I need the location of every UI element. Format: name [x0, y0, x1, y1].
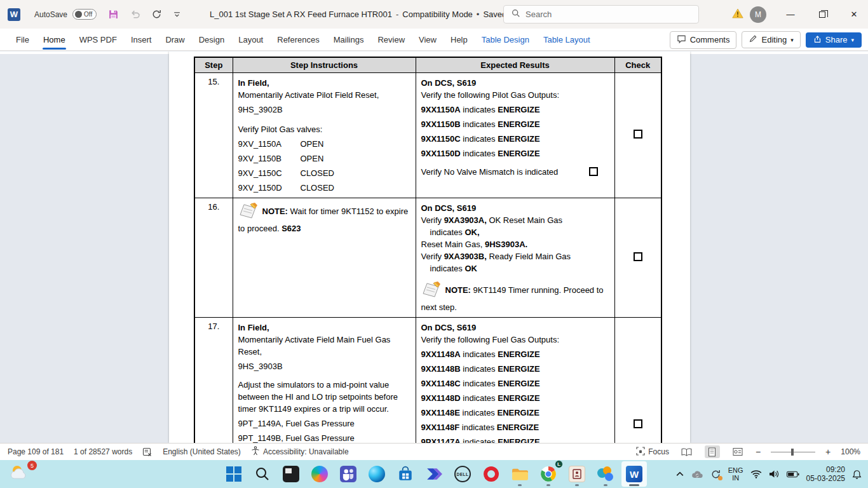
file-explorer-icon[interactable] [507, 461, 532, 487]
doc-line: Verify No Valve Mismatch is indicated [421, 166, 609, 178]
doc-line: On DCS, S619 [421, 77, 609, 89]
document-page[interactable]: StepStep InstructionsExpected ResultsChe… [169, 51, 690, 443]
word-icon[interactable]: W [621, 461, 647, 487]
power-automate-icon[interactable] [421, 461, 447, 487]
wifi-icon[interactable] [750, 470, 762, 478]
tab-file[interactable]: File [9, 30, 36, 50]
step-instructions-cell: In Field,Momentarily Activate Pilot Fiel… [233, 72, 416, 198]
tab-mailings[interactable]: Mailings [327, 30, 371, 50]
tab-help[interactable]: Help [444, 30, 475, 50]
web-layout-button[interactable] [730, 445, 745, 458]
teams-icon[interactable] [336, 461, 361, 487]
autosave-toggle[interactable]: Off [72, 9, 97, 20]
restore-button[interactable] [808, 0, 836, 29]
tab-design[interactable]: Design [192, 30, 231, 50]
check-checkbox[interactable] [634, 419, 642, 428]
task-view-icon[interactable] [278, 461, 304, 487]
search-input[interactable]: Search [503, 5, 699, 24]
focus-button[interactable]: Focus [636, 447, 669, 458]
doc-line: 9HS_3902B [238, 104, 410, 116]
opera-icon[interactable] [478, 461, 504, 487]
tab-references[interactable]: References [270, 30, 326, 50]
language-indicator[interactable]: English (United States) [163, 447, 241, 456]
start-icon[interactable] [221, 461, 247, 487]
language-switcher[interactable]: ENG IN [728, 466, 743, 482]
search-placeholder: Search [526, 10, 552, 19]
sync-icon[interactable] [710, 469, 721, 480]
tab-home[interactable]: Home [36, 30, 72, 50]
doc-line: Verify the following Fuel Gas Outputs: [421, 334, 609, 346]
page-indicator[interactable]: Page 109 of 181 [8, 447, 64, 456]
doc-line: indicates OK, [421, 226, 609, 238]
save-button[interactable] [108, 9, 119, 20]
dell-icon[interactable]: DELL [450, 461, 475, 487]
warning-icon[interactable] [732, 8, 743, 21]
doc-line: 9XX1150B indicates ENERGIZE [421, 118, 609, 130]
notifications-bell-icon[interactable] [852, 470, 862, 479]
document-title: L_001 1st Stage Set A RX Feed Furnace HT… [210, 10, 517, 19]
accessibility-status[interactable]: Accessibility: Unavailable [251, 446, 349, 458]
column-header-check: Check [614, 57, 661, 72]
zoom-in-button[interactable]: + [825, 447, 831, 457]
chrome-icon[interactable]: L [536, 461, 561, 487]
doc-line: Momentarily Activate Pilot Field Reset, [238, 89, 410, 101]
word-count[interactable]: 1 of 28527 words [74, 447, 132, 456]
chevron-down-icon: ▾ [851, 37, 854, 43]
redo-button[interactable] [151, 9, 162, 20]
volume-icon[interactable] [769, 470, 780, 478]
tab-layout[interactable]: Layout [231, 30, 270, 50]
print-layout-button[interactable] [705, 445, 720, 458]
statusbar: Page 109 of 181 1 of 28527 words English… [0, 443, 868, 460]
tab-review[interactable]: Review [370, 30, 412, 50]
edge-icon[interactable] [364, 461, 390, 487]
chevron-down-icon: ▾ [790, 37, 794, 43]
doc-line: In Field, [238, 77, 410, 89]
minimize-button[interactable]: — [776, 0, 804, 29]
doc-line: 9PX1147A indicates ENERGIZE [421, 436, 609, 444]
copilot-icon[interactable] [307, 461, 332, 487]
expected-results-cell: On DCS, S619Verify the following Fuel Ga… [416, 317, 614, 443]
check-checkbox[interactable] [634, 130, 642, 139]
tab-table-design[interactable]: Table Design [475, 30, 536, 50]
quick-access-overflow-button[interactable] [173, 10, 181, 18]
editing-mode-dropdown[interactable]: Editing ▾ [742, 31, 800, 48]
search-icon[interactable] [250, 461, 275, 487]
tray-chevron-icon[interactable] [676, 471, 684, 477]
tab-view[interactable]: View [412, 30, 444, 50]
zoom-level[interactable]: 100% [841, 447, 860, 456]
zoom-slider[interactable] [771, 452, 815, 452]
check-checkbox[interactable] [634, 252, 642, 261]
battery-icon[interactable] [787, 471, 799, 478]
tab-table-layout[interactable]: Table Layout [536, 30, 597, 50]
onedrive-icon[interactable] [691, 470, 703, 478]
doc-line: Verify the following Pilot Gas Outputs: [421, 89, 609, 101]
tab-insert[interactable]: Insert [124, 30, 159, 50]
doc-line: 9PT_1149A, Fuel Gas Pressure [238, 417, 410, 430]
store-icon[interactable] [393, 461, 418, 487]
doc-line: 9XX1148C indicates ENERGIZE [421, 377, 609, 390]
inline-checkbox[interactable] [589, 167, 598, 176]
share-button[interactable]: Share ▾ [806, 32, 862, 48]
colorful-app-icon[interactable] [593, 461, 618, 487]
step-instructions-cell: NOTE: Wait for timer 9KT1152 to expire t… [233, 198, 416, 317]
expected-results-cell: On DCS, S619Verify the following Pilot G… [416, 72, 614, 198]
account-avatar[interactable]: M [750, 6, 766, 23]
scanner-app-icon[interactable] [564, 461, 590, 487]
close-button[interactable]: ✕ [840, 0, 868, 29]
tab-draw[interactable]: Draw [158, 30, 191, 50]
doc-line: 9XX1148D indicates ENERGIZE [421, 392, 609, 404]
zoom-out-button[interactable]: − [756, 447, 761, 457]
undo-button[interactable] [130, 9, 140, 20]
doc-line: 9XV_1150BOPEN [238, 152, 410, 165]
zoom-slider-thumb[interactable] [791, 449, 794, 456]
read-mode-button[interactable] [679, 445, 695, 458]
comments-button[interactable]: Comments [670, 31, 737, 49]
autosave-toggle-knob [75, 11, 82, 18]
tab-wps-pdf[interactable]: WPS PDF [72, 30, 124, 50]
document-canvas[interactable]: StepStep InstructionsExpected ResultsChe… [0, 51, 868, 443]
clock[interactable]: 09:20 05-03-2025 [806, 465, 845, 483]
expected-results-cell: On DCS, S619Verify 9XA3903A, OK Reset Ma… [416, 198, 614, 317]
proofing-errors-icon[interactable] [142, 447, 153, 457]
column-header-step-instructions: Step Instructions [233, 57, 416, 72]
table-row: 16.NOTE: Wait for timer 9KT1152 to expir… [194, 198, 661, 317]
